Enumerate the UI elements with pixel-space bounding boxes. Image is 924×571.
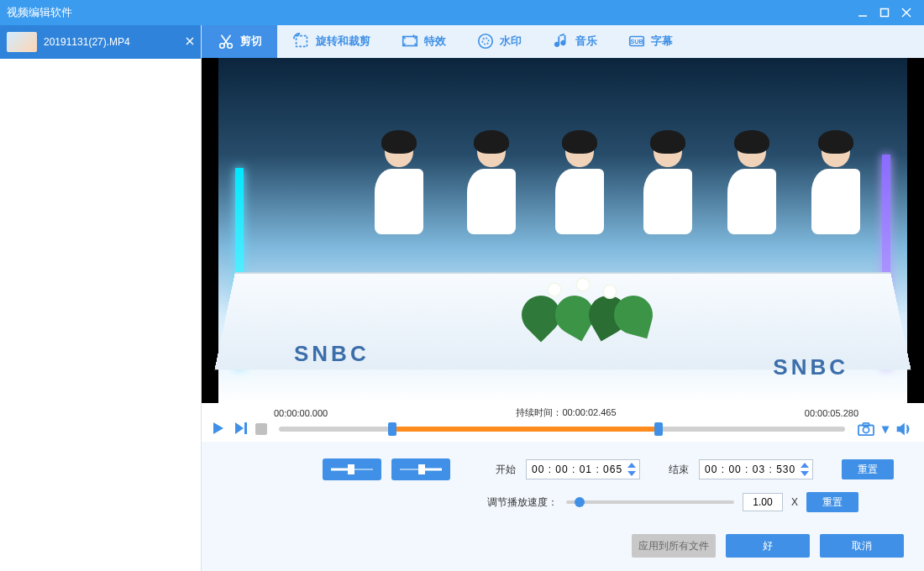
svg-rect-21 (348, 464, 354, 474)
start-label: 开始 (496, 463, 516, 477)
range-selection (392, 427, 659, 432)
svg-marker-27 (627, 471, 636, 476)
end-time-input[interactable]: 00 : 00 : 03 : 530 (699, 459, 813, 479)
dialog-footer: 应用到所有文件 好 取消 (222, 524, 904, 571)
end-timecode: 00:00:05.280 (805, 408, 858, 418)
close-button[interactable] (895, 4, 917, 21)
reset-speed-button[interactable]: 重置 (806, 492, 858, 512)
spin-down-icon[interactable] (799, 469, 811, 478)
start-time-value: 00 : 00 : 01 : 065 (532, 464, 622, 475)
svg-point-10 (479, 34, 493, 49)
file-name: 20191131(27).MP4 (44, 36, 130, 48)
effects-icon (401, 32, 419, 50)
svg-rect-8 (297, 36, 307, 47)
trim-in-button[interactable] (323, 458, 381, 480)
svg-rect-1 (881, 9, 889, 17)
end-time-value: 00 : 00 : 03 : 530 (705, 464, 795, 475)
editor-toolbar: 剪切 旋转和裁剪 特效 水印 (202, 25, 924, 58)
tab-label: 剪切 (240, 34, 262, 49)
duration-timecode: 00:00:02.465 (562, 407, 616, 417)
svg-rect-18 (863, 422, 869, 426)
snapshot-button[interactable] (857, 422, 875, 437)
svg-marker-14 (235, 422, 244, 434)
remove-file-icon[interactable] (186, 36, 194, 48)
watermark-icon (476, 32, 495, 50)
ok-button[interactable]: 好 (726, 534, 810, 558)
title-bar: 视频编辑软件 (0, 0, 924, 25)
svg-rect-15 (244, 422, 247, 434)
play-range-button[interactable] (234, 422, 249, 437)
svg-rect-24 (418, 464, 425, 474)
file-thumbnail (7, 32, 37, 52)
range-handle-left[interactable] (388, 422, 396, 436)
start-timecode: 00:00:00.000 (274, 408, 328, 418)
tab-rotate-crop[interactable]: 旋转和裁剪 (277, 25, 386, 58)
speed-unit: X (791, 496, 798, 508)
duration-label: 持续时间： (516, 407, 562, 417)
tab-label: 音乐 (575, 34, 597, 49)
svg-point-6 (220, 44, 225, 49)
svg-marker-29 (801, 471, 809, 476)
svg-marker-13 (213, 422, 223, 434)
timecode-strip: 00:00:00.000 持续时间：00:00:02.465 00:00:05.… (202, 403, 924, 421)
file-item[interactable]: 20191131(27).MP4 (0, 25, 201, 59)
svg-marker-19 (897, 422, 905, 435)
svg-point-17 (863, 427, 869, 432)
tab-label: 字幕 (651, 34, 673, 49)
tab-subtitle[interactable]: SUB 字幕 (612, 25, 688, 58)
speed-label: 调节播放速度： (487, 495, 558, 510)
range-handle-right[interactable] (654, 422, 663, 436)
svg-text:SUB: SUB (630, 38, 643, 45)
rotate-icon (292, 32, 311, 50)
cancel-button[interactable]: 取消 (820, 534, 904, 558)
transport-bar: ▾ (202, 421, 924, 442)
svg-point-7 (228, 44, 233, 49)
spin-up-icon[interactable] (799, 461, 811, 469)
maximize-button[interactable] (874, 4, 895, 21)
controls-panel: 开始 00 : 00 : 01 : 065 结束 00 : 00 : 03 : … (202, 442, 924, 571)
tab-label: 特效 (424, 34, 446, 49)
start-time-input[interactable]: 00 : 00 : 01 : 065 (526, 459, 640, 479)
end-label: 结束 (669, 463, 689, 477)
tab-watermark[interactable]: 水印 (461, 25, 537, 58)
speed-slider[interactable] (566, 500, 734, 504)
minimize-button[interactable] (852, 4, 874, 21)
range-track[interactable] (279, 427, 845, 432)
window-title: 视频编辑软件 (7, 5, 72, 20)
stop-marker[interactable] (255, 423, 267, 435)
play-button[interactable] (212, 422, 227, 437)
volume-button[interactable] (895, 422, 914, 437)
spin-up-icon[interactable] (626, 461, 638, 469)
file-sidebar: 20191131(27).MP4 (0, 25, 202, 571)
subtitle-icon: SUB (627, 32, 646, 50)
tab-music[interactable]: 音乐 (537, 25, 612, 58)
brand-text: SNBC (773, 354, 848, 380)
reset-range-button[interactable]: 重置 (842, 459, 894, 479)
svg-marker-28 (801, 463, 809, 468)
tab-cut[interactable]: 剪切 (202, 25, 277, 58)
tab-effects[interactable]: 特效 (386, 25, 461, 58)
trim-out-button[interactable] (391, 458, 450, 480)
cut-icon (217, 32, 235, 50)
speed-value[interactable]: 1.00 (743, 493, 783, 511)
music-icon (552, 32, 570, 50)
apply-all-button: 应用到所有文件 (632, 534, 716, 558)
spin-down-icon[interactable] (626, 469, 638, 478)
tab-label: 旋转和裁剪 (316, 34, 370, 49)
tab-label: 水印 (500, 34, 522, 49)
svg-marker-26 (627, 463, 636, 468)
brand-text: SNBC (294, 341, 370, 367)
speed-knob[interactable] (575, 497, 585, 507)
video-preview: SNBC SNBC (202, 58, 924, 403)
